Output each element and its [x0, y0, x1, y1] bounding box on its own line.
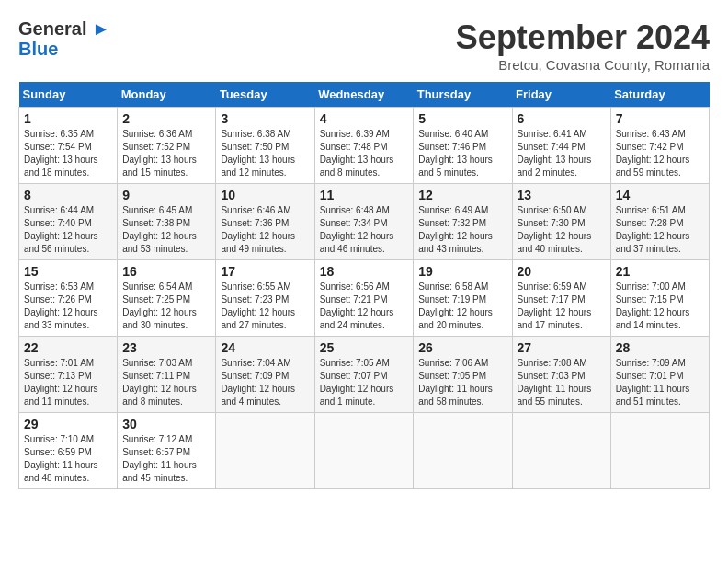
calendar-cell: 28 Sunrise: 7:09 AM Sunset: 7:01 PM Dayl…: [610, 337, 709, 413]
day-number: 10: [221, 188, 309, 202]
calendar-cell: 23 Sunrise: 7:03 AM Sunset: 7:11 PM Dayl…: [118, 337, 216, 413]
day-info: Sunrise: 6:38 AM Sunset: 7:50 PM Dayligh…: [221, 128, 309, 179]
day-info: Sunrise: 6:56 AM Sunset: 7:21 PM Dayligh…: [320, 281, 409, 332]
location-subtitle: Bretcu, Covasna County, Romania: [456, 57, 710, 73]
calendar-cell: 26 Sunrise: 7:06 AM Sunset: 7:05 PM Dayl…: [414, 337, 512, 413]
day-info: Sunrise: 6:58 AM Sunset: 7:19 PM Dayligh…: [418, 281, 506, 332]
day-number: 6: [518, 111, 606, 126]
day-info: Sunrise: 6:59 AM Sunset: 7:17 PM Dayligh…: [518, 281, 606, 332]
page-header: General ► Blue September 2024 Bretcu, Co…: [18, 18, 710, 73]
day-number: 15: [24, 264, 112, 279]
col-friday: Friday: [512, 82, 610, 108]
day-number: 3: [221, 111, 309, 126]
day-number: 8: [24, 188, 112, 202]
calendar-cell: 27 Sunrise: 7:08 AM Sunset: 7:03 PM Dayl…: [512, 337, 610, 413]
calendar-cell: 12 Sunrise: 6:49 AM Sunset: 7:32 PM Dayl…: [414, 184, 512, 260]
calendar-cell: 29 Sunrise: 7:10 AM Sunset: 6:59 PM Dayl…: [19, 413, 118, 489]
day-info: Sunrise: 6:46 AM Sunset: 7:36 PM Dayligh…: [221, 204, 309, 256]
month-title: September 2024: [456, 18, 710, 57]
day-number: 14: [616, 188, 704, 202]
day-info: Sunrise: 6:54 AM Sunset: 7:25 PM Dayligh…: [122, 281, 210, 332]
calendar-cell: 14 Sunrise: 6:51 AM Sunset: 7:28 PM Dayl…: [610, 184, 709, 260]
calendar-cell: 25 Sunrise: 7:05 AM Sunset: 7:07 PM Dayl…: [314, 337, 414, 413]
day-info: Sunrise: 6:36 AM Sunset: 7:52 PM Dayligh…: [122, 128, 210, 179]
calendar-week-row: 1 Sunrise: 6:35 AM Sunset: 7:54 PM Dayli…: [19, 108, 710, 184]
day-info: Sunrise: 6:55 AM Sunset: 7:23 PM Dayligh…: [221, 281, 309, 332]
day-number: 30: [122, 417, 210, 431]
col-saturday: Saturday: [610, 82, 709, 108]
day-info: Sunrise: 6:41 AM Sunset: 7:44 PM Dayligh…: [518, 128, 606, 179]
day-number: 28: [616, 340, 704, 355]
calendar-cell: 6 Sunrise: 6:41 AM Sunset: 7:44 PM Dayli…: [512, 108, 610, 184]
calendar-cell: 13 Sunrise: 6:50 AM Sunset: 7:30 PM Dayl…: [512, 184, 610, 260]
day-number: 7: [616, 111, 704, 126]
calendar-cell: 18 Sunrise: 6:56 AM Sunset: 7:21 PM Dayl…: [314, 260, 414, 337]
day-info: Sunrise: 7:08 AM Sunset: 7:03 PM Dayligh…: [518, 357, 606, 408]
day-info: Sunrise: 6:39 AM Sunset: 7:48 PM Dayligh…: [320, 128, 409, 179]
col-thursday: Thursday: [414, 82, 512, 108]
day-info: Sunrise: 7:12 AM Sunset: 6:57 PM Dayligh…: [122, 433, 210, 485]
col-monday: Monday: [118, 82, 216, 108]
calendar-cell: 11 Sunrise: 6:48 AM Sunset: 7:34 PM Dayl…: [314, 184, 414, 260]
day-info: Sunrise: 7:05 AM Sunset: 7:07 PM Dayligh…: [320, 357, 409, 408]
day-info: Sunrise: 7:06 AM Sunset: 7:05 PM Dayligh…: [418, 357, 506, 408]
calendar-cell: 30 Sunrise: 7:12 AM Sunset: 6:57 PM Dayl…: [118, 413, 216, 489]
day-info: Sunrise: 6:49 AM Sunset: 7:32 PM Dayligh…: [418, 204, 506, 256]
day-info: Sunrise: 6:51 AM Sunset: 7:28 PM Dayligh…: [616, 204, 704, 256]
day-number: 4: [320, 111, 409, 126]
day-number: 18: [320, 264, 409, 279]
day-number: 19: [418, 264, 506, 279]
col-wednesday: Wednesday: [314, 82, 414, 108]
calendar-cell: 15 Sunrise: 6:53 AM Sunset: 7:26 PM Dayl…: [19, 260, 118, 337]
calendar-week-row: 8 Sunrise: 6:44 AM Sunset: 7:40 PM Dayli…: [19, 184, 710, 260]
calendar-week-row: 22 Sunrise: 7:01 AM Sunset: 7:13 PM Dayl…: [19, 337, 710, 413]
calendar-cell: 20 Sunrise: 6:59 AM Sunset: 7:17 PM Dayl…: [512, 260, 610, 337]
calendar-cell: 7 Sunrise: 6:43 AM Sunset: 7:42 PM Dayli…: [610, 108, 709, 184]
day-info: Sunrise: 6:44 AM Sunset: 7:40 PM Dayligh…: [24, 204, 112, 256]
day-number: 25: [320, 340, 409, 355]
calendar-cell: 24 Sunrise: 7:04 AM Sunset: 7:09 PM Dayl…: [216, 337, 314, 413]
day-info: Sunrise: 7:00 AM Sunset: 7:15 PM Dayligh…: [616, 281, 704, 332]
col-tuesday: Tuesday: [216, 82, 314, 108]
calendar-cell: 4 Sunrise: 6:39 AM Sunset: 7:48 PM Dayli…: [314, 108, 414, 184]
day-info: Sunrise: 7:04 AM Sunset: 7:09 PM Dayligh…: [221, 357, 309, 408]
day-info: Sunrise: 6:35 AM Sunset: 7:54 PM Dayligh…: [24, 128, 112, 179]
day-number: 11: [320, 188, 409, 202]
calendar-week-row: 15 Sunrise: 6:53 AM Sunset: 7:26 PM Dayl…: [19, 260, 710, 337]
day-number: 16: [122, 264, 210, 279]
logo: General ► Blue: [18, 18, 110, 59]
calendar-cell: [414, 413, 512, 489]
day-info: Sunrise: 6:50 AM Sunset: 7:30 PM Dayligh…: [518, 204, 606, 256]
calendar-cell: 2 Sunrise: 6:36 AM Sunset: 7:52 PM Dayli…: [118, 108, 216, 184]
calendar-cell: [512, 413, 610, 489]
day-number: 2: [122, 111, 210, 126]
day-info: Sunrise: 6:48 AM Sunset: 7:34 PM Dayligh…: [320, 204, 409, 256]
calendar-cell: 3 Sunrise: 6:38 AM Sunset: 7:50 PM Dayli…: [216, 108, 314, 184]
calendar-cell: [314, 413, 414, 489]
day-info: Sunrise: 7:09 AM Sunset: 7:01 PM Dayligh…: [616, 357, 704, 408]
calendar-cell: 21 Sunrise: 7:00 AM Sunset: 7:15 PM Dayl…: [610, 260, 709, 337]
day-number: 23: [122, 340, 210, 355]
day-number: 26: [418, 340, 506, 355]
title-block: September 2024 Bretcu, Covasna County, R…: [456, 18, 710, 73]
day-number: 29: [24, 417, 112, 431]
day-number: 5: [418, 111, 506, 126]
calendar-cell: 22 Sunrise: 7:01 AM Sunset: 7:13 PM Dayl…: [19, 337, 118, 413]
calendar-cell: 5 Sunrise: 6:40 AM Sunset: 7:46 PM Dayli…: [414, 108, 512, 184]
day-number: 22: [24, 340, 112, 355]
calendar-week-row: 29 Sunrise: 7:10 AM Sunset: 6:59 PM Dayl…: [19, 413, 710, 489]
day-number: 12: [418, 188, 506, 202]
day-info: Sunrise: 6:45 AM Sunset: 7:38 PM Dayligh…: [122, 204, 210, 256]
day-info: Sunrise: 7:03 AM Sunset: 7:11 PM Dayligh…: [122, 357, 210, 408]
calendar-header-row: Sunday Monday Tuesday Wednesday Thursday…: [19, 82, 710, 108]
day-info: Sunrise: 6:40 AM Sunset: 7:46 PM Dayligh…: [418, 128, 506, 179]
calendar-cell: [610, 413, 709, 489]
day-info: Sunrise: 6:53 AM Sunset: 7:26 PM Dayligh…: [24, 281, 112, 332]
calendar-cell: 10 Sunrise: 6:46 AM Sunset: 7:36 PM Dayl…: [216, 184, 314, 260]
day-number: 17: [221, 264, 309, 279]
day-number: 20: [518, 264, 606, 279]
calendar-cell: 16 Sunrise: 6:54 AM Sunset: 7:25 PM Dayl…: [118, 260, 216, 337]
calendar-table: Sunday Monday Tuesday Wednesday Thursday…: [18, 82, 710, 489]
calendar-cell: 19 Sunrise: 6:58 AM Sunset: 7:19 PM Dayl…: [414, 260, 512, 337]
calendar-cell: 8 Sunrise: 6:44 AM Sunset: 7:40 PM Dayli…: [19, 184, 118, 260]
